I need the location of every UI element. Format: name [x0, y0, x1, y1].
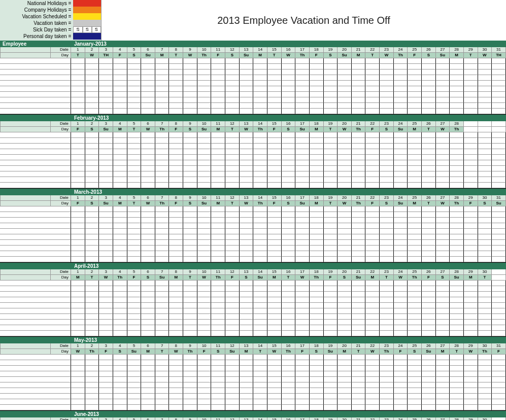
schedule-cell[interactable] — [113, 81, 127, 86]
schedule-cell[interactable] — [127, 69, 142, 75]
schedule-cell[interactable] — [352, 314, 366, 320]
schedule-cell[interactable] — [408, 355, 422, 360]
schedule-cell[interactable] — [310, 155, 324, 160]
schedule-cell[interactable] — [253, 246, 267, 251]
schedule-cell[interactable] — [85, 155, 99, 160]
schedule-cell[interactable] — [155, 218, 170, 223]
schedule-cell[interactable] — [492, 331, 506, 336]
schedule-cell[interactable] — [240, 75, 254, 81]
schedule-cell[interactable] — [240, 160, 254, 166]
schedule-cell[interactable] — [422, 325, 436, 331]
schedule-cell[interactable] — [225, 97, 240, 103]
schedule-cell[interactable] — [141, 297, 155, 303]
schedule-cell[interactable] — [225, 58, 240, 64]
schedule-cell[interactable] — [394, 399, 408, 405]
schedule-cell[interactable] — [408, 257, 422, 262]
schedule-cell[interactable] — [113, 360, 127, 366]
schedule-cell[interactable] — [267, 286, 282, 292]
schedule-cell[interactable] — [253, 69, 267, 75]
schedule-cell[interactable] — [464, 366, 478, 371]
schedule-cell[interactable] — [99, 371, 113, 377]
schedule-cell[interactable] — [352, 81, 366, 86]
schedule-cell[interactable] — [380, 314, 394, 320]
schedule-cell[interactable] — [155, 388, 170, 394]
schedule-cell[interactable] — [450, 394, 464, 399]
schedule-cell[interactable] — [211, 109, 225, 114]
schedule-cell[interactable] — [183, 246, 197, 251]
schedule-cell[interactable] — [436, 388, 450, 394]
schedule-cell[interactable] — [310, 144, 324, 149]
schedule-cell[interactable] — [267, 366, 282, 371]
schedule-cell[interactable] — [71, 103, 85, 109]
schedule-cell[interactable] — [310, 109, 324, 114]
schedule-cell[interactable] — [365, 281, 380, 286]
schedule-cell[interactable] — [211, 240, 225, 246]
schedule-cell[interactable] — [324, 223, 338, 229]
schedule-cell[interactable] — [183, 399, 197, 405]
schedule-cell[interactable] — [169, 388, 183, 394]
schedule-cell[interactable] — [141, 320, 155, 325]
schedule-cell[interactable] — [492, 257, 506, 262]
schedule-cell[interactable] — [464, 355, 478, 360]
schedule-cell[interactable] — [408, 64, 422, 69]
schedule-cell[interactable] — [225, 286, 240, 292]
schedule-cell[interactable] — [464, 177, 478, 183]
schedule-cell[interactable] — [394, 166, 408, 171]
schedule-cell[interactable] — [478, 377, 492, 382]
schedule-cell[interactable] — [394, 394, 408, 399]
schedule-cell[interactable] — [310, 92, 324, 97]
schedule-cell[interactable] — [71, 132, 85, 138]
schedule-cell[interactable] — [282, 206, 296, 212]
schedule-cell[interactable] — [99, 257, 113, 262]
schedule-cell[interactable] — [436, 177, 450, 183]
schedule-cell[interactable] — [324, 160, 338, 166]
schedule-cell[interactable] — [338, 206, 352, 212]
schedule-cell[interactable] — [380, 75, 394, 81]
schedule-cell[interactable] — [295, 92, 310, 97]
schedule-cell[interactable] — [450, 149, 464, 155]
schedule-cell[interactable] — [338, 292, 352, 297]
schedule-cell[interactable] — [197, 75, 212, 81]
schedule-cell[interactable] — [408, 92, 422, 97]
schedule-cell[interactable] — [240, 281, 254, 286]
schedule-cell[interactable] — [85, 212, 99, 218]
schedule-cell[interactable] — [225, 223, 240, 229]
schedule-cell[interactable] — [113, 64, 127, 69]
schedule-cell[interactable] — [99, 138, 113, 144]
schedule-cell[interactable] — [197, 64, 212, 69]
schedule-cell[interactable] — [267, 149, 282, 155]
schedule-cell[interactable] — [380, 149, 394, 155]
employee-name-cell[interactable] — [0, 75, 71, 81]
schedule-cell[interactable] — [183, 371, 197, 377]
schedule-cell[interactable] — [211, 144, 225, 149]
schedule-cell[interactable] — [127, 86, 142, 92]
schedule-cell[interactable] — [338, 388, 352, 394]
schedule-cell[interactable] — [310, 257, 324, 262]
schedule-cell[interactable] — [352, 69, 366, 75]
schedule-cell[interactable] — [113, 292, 127, 297]
schedule-cell[interactable] — [113, 138, 127, 144]
schedule-cell[interactable] — [240, 223, 254, 229]
schedule-cell[interactable] — [183, 155, 197, 160]
schedule-cell[interactable] — [225, 281, 240, 286]
schedule-cell[interactable] — [394, 206, 408, 212]
schedule-cell[interactable] — [436, 286, 450, 292]
schedule-cell[interactable] — [365, 382, 380, 388]
schedule-cell[interactable] — [155, 405, 170, 410]
schedule-cell[interactable] — [113, 405, 127, 410]
schedule-cell[interactable] — [338, 325, 352, 331]
schedule-cell[interactable] — [183, 405, 197, 410]
schedule-cell[interactable] — [99, 360, 113, 366]
schedule-cell[interactable] — [492, 92, 506, 97]
schedule-cell[interactable] — [240, 103, 254, 109]
schedule-cell[interactable] — [240, 405, 254, 410]
schedule-cell[interactable] — [352, 257, 366, 262]
schedule-cell[interactable] — [450, 399, 464, 405]
schedule-cell[interactable] — [211, 377, 225, 382]
schedule-cell[interactable] — [211, 257, 225, 262]
schedule-cell[interactable] — [464, 257, 478, 262]
schedule-cell[interactable] — [127, 281, 142, 286]
schedule-cell[interactable] — [464, 64, 478, 69]
schedule-cell[interactable] — [365, 234, 380, 240]
schedule-cell[interactable] — [99, 206, 113, 212]
